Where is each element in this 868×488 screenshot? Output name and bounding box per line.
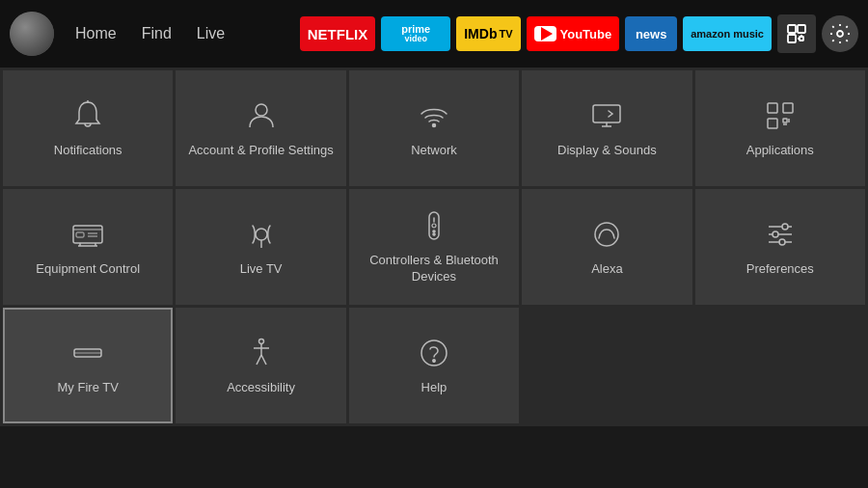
svg-rect-10 <box>593 105 620 122</box>
person-icon <box>244 98 279 133</box>
svg-point-38 <box>782 224 788 230</box>
remote-icon <box>417 208 451 243</box>
sliders-icon <box>763 217 798 252</box>
notifications-cell[interactable]: Notifications <box>3 70 173 186</box>
nav-home[interactable]: Home <box>64 19 128 48</box>
svg-point-27 <box>256 229 267 240</box>
svg-point-49 <box>433 359 435 361</box>
nav-find[interactable]: Find <box>130 19 183 48</box>
svg-rect-15 <box>768 119 777 128</box>
svg-line-46 <box>257 355 261 365</box>
streaming-logos: NETFLIX prime video IMDbTV YouTube news … <box>300 14 858 53</box>
svg-point-8 <box>256 104 267 116</box>
svg-rect-0 <box>788 25 796 33</box>
bell-icon <box>70 98 105 133</box>
svg-rect-3 <box>800 37 803 41</box>
alexa-icon <box>589 217 624 252</box>
prime-video-button[interactable]: prime video <box>381 16 450 51</box>
imdb-button[interactable]: IMDbTV <box>456 16 520 51</box>
accessibility-label: Accessibility <box>227 380 295 396</box>
svg-rect-1 <box>798 25 805 33</box>
empty-cell-2 <box>695 308 865 423</box>
settings-gear-button[interactable] <box>822 15 858 52</box>
tv-icon <box>70 217 105 252</box>
empty-cell-1 <box>522 308 692 423</box>
preferences-cell[interactable]: Preferences <box>695 189 865 305</box>
svg-point-33 <box>433 233 435 235</box>
account-cell[interactable]: Account & Profile Settings <box>176 70 345 186</box>
top-navigation: Home Find Live NETFLIX prime video IMDbT… <box>0 0 868 68</box>
display-sounds-label: Display & Sounds <box>557 143 657 159</box>
applications-cell[interactable]: Applications <box>695 70 865 186</box>
svg-line-47 <box>261 355 266 365</box>
notifications-label: Notifications <box>54 143 122 159</box>
apps-icon <box>763 98 798 133</box>
svg-point-9 <box>432 123 435 126</box>
my-fire-tv-cell[interactable]: My Fire TV <box>3 308 173 423</box>
live-tv-cell[interactable]: Live TV <box>176 189 345 305</box>
avatar[interactable] <box>10 12 54 56</box>
wifi-icon <box>417 98 451 133</box>
controllers-label: Controllers & Bluetooth Devices <box>357 253 511 285</box>
svg-rect-16 <box>783 119 787 122</box>
live-tv-label: Live TV <box>240 261 283 278</box>
equipment-control-cell[interactable]: Equipment Control <box>3 189 173 305</box>
alexa-label: Alexa <box>591 261 623 278</box>
help-label: Help <box>421 380 448 396</box>
svg-point-34 <box>595 223 618 246</box>
news-button[interactable]: news <box>625 16 677 51</box>
svg-point-31 <box>432 224 436 228</box>
help-icon <box>417 336 451 370</box>
amazon-music-button[interactable]: amazon music <box>683 16 772 51</box>
svg-rect-24 <box>76 232 84 237</box>
settings-grid: Notifications Account & Profile Settings… <box>0 68 868 426</box>
svg-point-43 <box>258 339 263 343</box>
svg-rect-2 <box>788 35 796 42</box>
my-fire-tv-label: My Fire TV <box>58 380 119 396</box>
svg-point-6 <box>837 31 843 37</box>
alexa-cell[interactable]: Alexa <box>522 189 692 305</box>
svg-point-39 <box>773 231 778 237</box>
svg-rect-14 <box>783 103 793 113</box>
network-cell[interactable]: Network <box>349 70 519 186</box>
preferences-label: Preferences <box>746 261 814 278</box>
account-label: Account & Profile Settings <box>188 143 333 159</box>
accessibility-cell[interactable]: Accessibility <box>176 308 345 423</box>
nav-links: Home Find Live <box>64 19 236 48</box>
equipment-control-label: Equipment Control <box>36 261 140 278</box>
firetv-icon <box>70 336 105 370</box>
svg-rect-19 <box>73 226 102 243</box>
nav-live[interactable]: Live <box>185 19 236 48</box>
netflix-button[interactable]: NETFLIX <box>300 16 376 51</box>
applications-label: Applications <box>746 143 814 159</box>
monitor-icon <box>589 98 624 133</box>
network-label: Network <box>411 143 457 159</box>
antenna-icon <box>244 217 279 252</box>
accessibility-icon <box>244 336 279 370</box>
youtube-button[interactable]: YouTube <box>527 16 620 51</box>
svg-point-40 <box>779 239 785 245</box>
grid-view-button[interactable] <box>777 14 816 53</box>
help-cell[interactable]: Help <box>349 308 519 423</box>
svg-point-32 <box>433 230 435 232</box>
svg-rect-13 <box>768 103 777 113</box>
controllers-cell[interactable]: Controllers & Bluetooth Devices <box>349 189 519 305</box>
display-sounds-cell[interactable]: Display & Sounds <box>522 70 692 186</box>
